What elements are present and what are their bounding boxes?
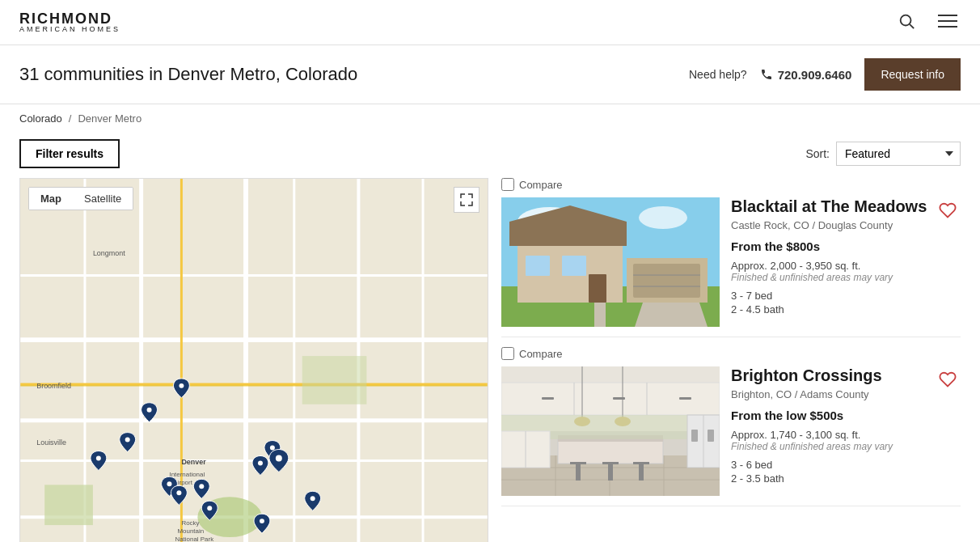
map-view-toggle: Map Satellite bbox=[28, 187, 133, 210]
compare-checkbox-1[interactable] bbox=[501, 178, 514, 191]
svg-point-53 bbox=[639, 206, 687, 229]
breadcrumb: Colorado / Denver Metro bbox=[0, 104, 980, 133]
request-info-button[interactable]: Request info bbox=[864, 58, 961, 91]
listing-info-1: Blacktail at The Meadows Castle Rock, CO… bbox=[720, 178, 961, 327]
svg-rect-87 bbox=[639, 464, 644, 481]
phone-number: 720.909.6460 bbox=[778, 68, 852, 82]
breadcrumb-separator: / bbox=[69, 112, 72, 125]
listing-sqft-note-2: Finished & unfinished areas may vary bbox=[731, 441, 961, 452]
svg-point-45 bbox=[96, 455, 101, 460]
listing-image-wrap-1 bbox=[501, 197, 720, 327]
svg-text:National Park: National Park bbox=[175, 536, 213, 542]
svg-rect-95 bbox=[691, 430, 698, 442]
svg-text:Louisville: Louisville bbox=[36, 438, 66, 447]
toolbar: Filter results Sort: Featured Price: Low… bbox=[0, 133, 980, 175]
svg-point-35 bbox=[179, 383, 184, 388]
svg-rect-79 bbox=[679, 397, 691, 400]
svg-text:International: International bbox=[169, 471, 205, 478]
svg-point-36 bbox=[147, 408, 152, 413]
svg-rect-62 bbox=[562, 256, 586, 276]
main-content: Map Satellite bbox=[0, 178, 980, 542]
heart-icon-1 bbox=[939, 201, 957, 219]
svg-rect-77 bbox=[542, 397, 554, 400]
search-icon bbox=[898, 12, 915, 30]
svg-point-43 bbox=[270, 446, 275, 451]
svg-text:Longmont: Longmont bbox=[93, 249, 125, 257]
listing-beds-2: 3 - 6 bed bbox=[731, 459, 961, 471]
svg-point-38 bbox=[167, 481, 171, 486]
listing-price-2: From the low $500s bbox=[731, 409, 961, 422]
svg-rect-82 bbox=[570, 462, 586, 464]
svg-rect-58 bbox=[633, 264, 700, 298]
svg-rect-21 bbox=[302, 356, 367, 404]
expand-icon bbox=[460, 193, 473, 206]
svg-point-39 bbox=[176, 490, 181, 495]
need-help-label: Need help? bbox=[689, 68, 747, 81]
listing-location-2: Brighton, CO / Adams County bbox=[731, 388, 961, 400]
heart-icon-2 bbox=[939, 371, 957, 388]
sort-area: Sort: Featured Price: Low to High Price:… bbox=[805, 142, 961, 166]
listing-beds-1: 3 - 7 bed bbox=[731, 290, 961, 302]
svg-rect-20 bbox=[44, 485, 93, 525]
map-view-map-button[interactable]: Map bbox=[29, 188, 73, 210]
svg-marker-64 bbox=[635, 303, 708, 327]
svg-text:Rocky: Rocky bbox=[181, 519, 199, 527]
listing-panel: Compare bbox=[488, 178, 961, 542]
listing-sqft-2: Approx. 1,740 - 3,100 sq. ft. bbox=[731, 429, 961, 441]
logo-sub: AMERICAN HOMES bbox=[19, 26, 120, 33]
listing-info-2: Brighton Crossings Brighton, CO / Adams … bbox=[720, 347, 961, 496]
listing-card-1: Compare bbox=[501, 178, 961, 337]
menu-button[interactable] bbox=[935, 11, 961, 34]
map-view-satellite-button[interactable]: Satellite bbox=[73, 188, 133, 210]
svg-point-41 bbox=[207, 506, 212, 510]
svg-point-37 bbox=[125, 438, 130, 442]
filter-results-button[interactable]: Filter results bbox=[19, 139, 120, 168]
svg-rect-83 bbox=[576, 464, 581, 481]
sort-label: Sort: bbox=[805, 147, 830, 160]
compare-check-1: Compare bbox=[501, 178, 562, 191]
header: RICHMOND AMERICAN HOMES bbox=[0, 0, 980, 45]
compare-checkbox-2[interactable] bbox=[501, 347, 514, 360]
svg-rect-78 bbox=[613, 397, 625, 400]
svg-rect-84 bbox=[602, 462, 619, 464]
map-container: Map Satellite bbox=[19, 178, 488, 542]
logo-main: RICHMOND bbox=[19, 11, 120, 26]
phone-link[interactable]: 720.909.6460 bbox=[760, 68, 852, 82]
svg-point-44 bbox=[258, 460, 263, 465]
svg-point-0 bbox=[901, 15, 911, 26]
svg-rect-86 bbox=[633, 462, 649, 464]
listing-sqft-1: Approx. 2,000 - 3,950 sq. ft. bbox=[731, 260, 961, 272]
sub-header: 31 communities in Denver Metro, Colorado… bbox=[0, 45, 980, 104]
listing-location-1: Castle Rock, CO / Douglas County bbox=[731, 219, 961, 231]
svg-text:Broomfield: Broomfield bbox=[36, 382, 71, 390]
listing-baths-1: 2 - 4.5 bath bbox=[731, 303, 961, 315]
map-expand-button[interactable] bbox=[454, 187, 479, 213]
svg-rect-61 bbox=[526, 256, 550, 276]
compare-label-2: Compare bbox=[519, 348, 562, 360]
favorite-button-1[interactable] bbox=[935, 197, 961, 223]
listing-card-2: Compare bbox=[501, 347, 961, 506]
breadcrumb-city: Denver Metro bbox=[78, 112, 142, 125]
compare-check-2: Compare bbox=[501, 347, 562, 360]
logo: RICHMOND AMERICAN HOMES bbox=[19, 11, 120, 33]
listing-image-1 bbox=[501, 197, 720, 327]
svg-rect-96 bbox=[708, 430, 714, 442]
svg-point-49 bbox=[276, 455, 282, 461]
svg-rect-85 bbox=[608, 464, 613, 481]
contact-area: Need help? 720.909.6460 Request info bbox=[689, 58, 961, 91]
favorite-button-2[interactable] bbox=[935, 366, 961, 392]
listing-price-1: From the $800s bbox=[731, 239, 961, 253]
svg-rect-65 bbox=[594, 303, 606, 327]
page-title: 31 communities in Denver Metro, Colorado bbox=[19, 64, 357, 85]
listing-image-wrap-2 bbox=[501, 366, 720, 496]
sort-select[interactable]: Featured Price: Low to High Price: High … bbox=[836, 142, 961, 166]
svg-line-1 bbox=[910, 24, 914, 28]
svg-point-40 bbox=[199, 484, 204, 489]
listing-baths-2: 2 - 3.5 bath bbox=[731, 472, 961, 485]
breadcrumb-state[interactable]: Colorado bbox=[19, 112, 62, 125]
listing-image-2 bbox=[501, 366, 720, 496]
search-button[interactable] bbox=[894, 9, 919, 36]
svg-rect-63 bbox=[589, 274, 606, 303]
compare-label-1: Compare bbox=[519, 179, 562, 191]
map-svg: Longmont Broomfield Lakewood Denver Auro… bbox=[20, 179, 488, 542]
